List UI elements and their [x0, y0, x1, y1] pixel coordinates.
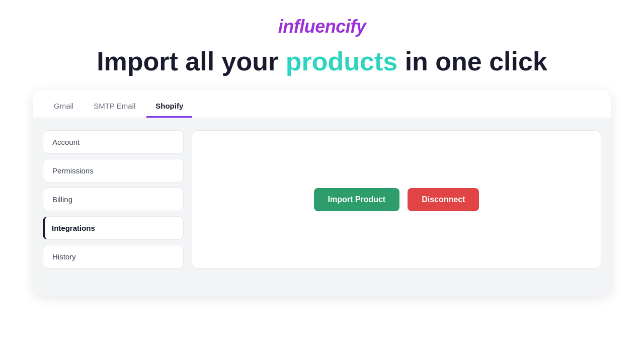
logo: influencify: [278, 16, 366, 37]
main-card: Gmail SMTP Email Shopify Account Permiss…: [33, 90, 611, 296]
sidebar-item-billing[interactable]: Billing: [43, 188, 184, 211]
sidebar-item-permissions[interactable]: Permissions: [43, 159, 184, 183]
sidebar-item-integrations[interactable]: Integrations: [43, 216, 184, 240]
sidebar: Account Permissions Billing Integrations…: [43, 130, 184, 268]
headline-suffix: in one click: [397, 47, 547, 76]
sidebar-item-account[interactable]: Account: [43, 130, 184, 154]
tab-gmail[interactable]: Gmail: [45, 94, 83, 118]
tab-shopify[interactable]: Shopify: [146, 94, 192, 118]
import-product-button[interactable]: Import Product: [314, 188, 400, 211]
main-panel: Import Product Disconnect: [192, 130, 601, 268]
disconnect-button[interactable]: Disconnect: [408, 188, 479, 211]
headline: Import all your products in one click: [97, 47, 547, 76]
headline-prefix: Import all your: [97, 47, 286, 76]
headline-highlight: products: [286, 47, 397, 76]
tab-smtp-email[interactable]: SMTP Email: [85, 94, 144, 118]
content-area: Account Permissions Billing Integrations…: [33, 118, 611, 281]
sidebar-item-history[interactable]: History: [43, 245, 184, 268]
tabs-bar: Gmail SMTP Email Shopify: [33, 90, 611, 118]
header: influencify: [278, 16, 366, 37]
